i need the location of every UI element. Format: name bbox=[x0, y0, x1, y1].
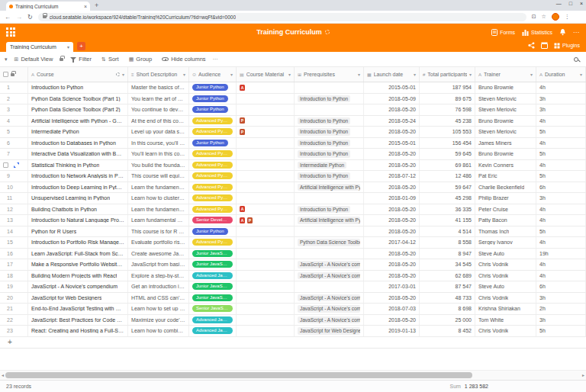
cell-prerequisites[interactable] bbox=[295, 82, 364, 93]
cell-row-number[interactable]: 17 bbox=[0, 259, 28, 270]
cell-launch-date[interactable]: 2018-07-03 bbox=[364, 304, 420, 314]
cell-course-material[interactable] bbox=[237, 281, 295, 292]
cell-duration[interactable]: 4h bbox=[536, 116, 586, 127]
cell-duration[interactable]: 5h bbox=[536, 326, 586, 336]
cell-trainer[interactable]: Patty Bacon bbox=[475, 215, 536, 226]
cell-short-description[interactable]: Learn how to set up an… bbox=[128, 304, 189, 314]
cell-row-number[interactable]: 12 bbox=[0, 204, 28, 215]
search-icon[interactable] bbox=[574, 57, 578, 62]
cell-audience[interactable]: Advanced Python bbox=[189, 127, 237, 137]
cell-course[interactable]: Artificial Intelligence with Python - Ge… bbox=[28, 116, 128, 127]
filter-button[interactable]: Filter bbox=[67, 56, 95, 63]
cell-audience[interactable]: Junior Python bbox=[189, 138, 237, 149]
browser-profile-avatar[interactable] bbox=[552, 13, 559, 21]
sort-button[interactable]: ⇅ Sort bbox=[98, 56, 122, 63]
hide-columns-button[interactable]: Hide columns bbox=[159, 56, 208, 63]
cell-duration[interactable]: 4h bbox=[536, 204, 586, 215]
prerequisite-link-chip[interactable]: JavaScript - A Novice's compendiu bbox=[298, 294, 360, 302]
prerequisite-link-chip[interactable]: JavaScript - A Novice's compendiu bbox=[298, 316, 360, 324]
cell-trainer[interactable]: Chris Vodnik bbox=[475, 259, 536, 270]
cell-audience[interactable]: Advanced JavaScript bbox=[189, 315, 237, 326]
cell-row-number[interactable]: 13 bbox=[0, 215, 28, 226]
base-settings-gear-icon[interactable] bbox=[325, 30, 330, 34]
cell-course-material[interactable]: A bbox=[237, 204, 295, 215]
cell-audience[interactable]: Advanced Python bbox=[189, 237, 237, 248]
cell-trainer[interactable]: Peter Cruise bbox=[475, 204, 536, 215]
cell-trainer[interactable]: Bruno Brownie bbox=[475, 116, 536, 127]
column-menu-caret-icon[interactable]: ▾ bbox=[414, 72, 416, 77]
cell-trainer[interactable]: Sergey Ivanov bbox=[475, 237, 536, 248]
cell-total-participants[interactable]: 12 486 bbox=[420, 171, 475, 182]
cell-course[interactable]: Python Data Science Toolbox (Part 1) bbox=[28, 94, 128, 104]
share-icon[interactable] bbox=[528, 42, 535, 49]
cell-trainer[interactable]: Chris Vodnik bbox=[475, 271, 536, 281]
cell-launch-date[interactable]: 2018-01-09 bbox=[364, 193, 420, 204]
cell-course[interactable]: Introduction to Deep Learning in Python bbox=[28, 182, 128, 193]
cell-audience[interactable]: Advanced Python bbox=[189, 160, 237, 171]
ppt-file-icon[interactable]: P bbox=[247, 217, 253, 223]
cell-duration[interactable]: 4h bbox=[536, 138, 586, 149]
cell-short-description[interactable]: Level up your data scien… bbox=[128, 127, 189, 137]
cell-prerequisites[interactable]: Artificial Intelligence with Python - bbox=[295, 182, 364, 193]
cell-audience[interactable]: Advanced Python bbox=[189, 171, 237, 182]
cell-row-number[interactable]: 3 bbox=[0, 104, 28, 115]
cell-short-description[interactable]: You learn the art of writi… bbox=[128, 94, 189, 104]
cell-trainer[interactable]: Kevin Conners bbox=[475, 160, 536, 171]
address-field[interactable]: cloud.seatable.io/workspace/924/dtable/T… bbox=[38, 13, 526, 21]
cell-duration[interactable]: 4h bbox=[536, 237, 586, 248]
cell-trainer[interactable]: Chris Vodnik bbox=[475, 326, 536, 336]
cell-audience[interactable]: Junior Python bbox=[189, 94, 237, 104]
cell-short-description[interactable]: Get an introduction in t… bbox=[128, 281, 189, 292]
cell-course[interactable]: Introduction to Python bbox=[28, 82, 128, 93]
reload-icon[interactable]: ↻ bbox=[27, 14, 33, 21]
horizontal-scrollbar[interactable]: ◂ ▸ bbox=[0, 370, 586, 380]
column-menu-caret-icon[interactable]: ▾ bbox=[183, 72, 185, 77]
cell-launch-date[interactable]: 2018-05-20 bbox=[364, 271, 420, 281]
cell-total-participants[interactable]: 8 698 bbox=[420, 304, 475, 314]
cell-short-description[interactable]: Explore a step-by-step g… bbox=[128, 271, 189, 281]
cell-short-description[interactable]: Learn how to cluster, tra… bbox=[128, 193, 189, 204]
cell-prerequisites[interactable]: Intermediate Python bbox=[295, 160, 364, 171]
prerequisite-link-chip[interactable]: JavaScript - A Novice's compendiu bbox=[298, 305, 360, 313]
cell-launch-date[interactable]: 2018-05-24 bbox=[364, 116, 420, 127]
cell-total-participants[interactable]: 34 545 bbox=[420, 259, 475, 270]
cell-duration[interactable]: 3h bbox=[536, 94, 586, 104]
cell-trainer[interactable]: Philip Brazer bbox=[475, 193, 536, 204]
cell-prerequisites[interactable] bbox=[295, 281, 364, 292]
cell-course[interactable]: Statistical Thinking in Python bbox=[28, 160, 128, 171]
cell-launch-date[interactable]: 2017-04-12 bbox=[364, 237, 420, 248]
cell-row-number[interactable]: 4 bbox=[0, 116, 28, 127]
cell-course[interactable]: Unsupervised Learning in Python bbox=[28, 193, 128, 204]
cell-prerequisites[interactable] bbox=[295, 249, 364, 259]
cell-launch-date[interactable]: 2018-05-20 bbox=[364, 204, 420, 215]
cell-course[interactable]: Python Data Science Toolbox (Part 2) bbox=[28, 104, 128, 115]
cell-prerequisites[interactable]: JavaScript - A Novice's compendiu bbox=[295, 315, 364, 326]
prerequisite-link-chip[interactable]: Introduction to Python bbox=[298, 117, 350, 125]
cell-duration[interactable]: 4h bbox=[536, 82, 586, 93]
cell-launch-date[interactable]: 2018-05-20 bbox=[364, 160, 420, 171]
cell-course-material[interactable] bbox=[237, 271, 295, 281]
apps-grid-icon[interactable] bbox=[6, 27, 15, 37]
prerequisite-link-chip[interactable]: Introduction to Python bbox=[298, 128, 350, 136]
cell-total-participants[interactable]: 4 514 bbox=[420, 227, 475, 237]
cell-total-participants[interactable]: 48 733 bbox=[420, 293, 475, 304]
cell-audience[interactable]: Advanced Python bbox=[189, 193, 237, 204]
scroll-left-icon[interactable]: ◂ bbox=[2, 372, 4, 378]
cell-launch-date[interactable]: 2018-05-20 bbox=[364, 227, 420, 237]
cell-total-participants[interactable]: 89 675 bbox=[420, 94, 475, 104]
bookmark-star-icon[interactable]: ☆ bbox=[542, 14, 546, 20]
cell-prerequisites[interactable]: Introduction to Python bbox=[295, 116, 364, 127]
window-minimize-button[interactable]: — bbox=[556, 1, 562, 6]
cell-audience[interactable]: Junior JavaScript bbox=[189, 259, 237, 270]
cell-total-participants[interactable]: 8 452 bbox=[420, 326, 475, 336]
cell-course-material[interactable] bbox=[237, 259, 295, 270]
prerequisite-link-chip[interactable]: Introduction to Python bbox=[298, 172, 350, 180]
cell-row-number[interactable]: 9 bbox=[0, 171, 28, 182]
cell-duration[interactable]: 4h bbox=[536, 259, 586, 270]
cell-row-number[interactable]: 7 bbox=[0, 149, 28, 159]
cell-course-material[interactable]: P bbox=[237, 127, 295, 137]
cell-prerequisites[interactable]: Introduction to Python bbox=[295, 204, 364, 215]
cell-audience[interactable]: Junior Python bbox=[189, 104, 237, 115]
cell-trainer[interactable]: Bruno Brownie bbox=[475, 82, 536, 93]
cell-audience[interactable]: Junior JavaScript bbox=[189, 293, 237, 304]
